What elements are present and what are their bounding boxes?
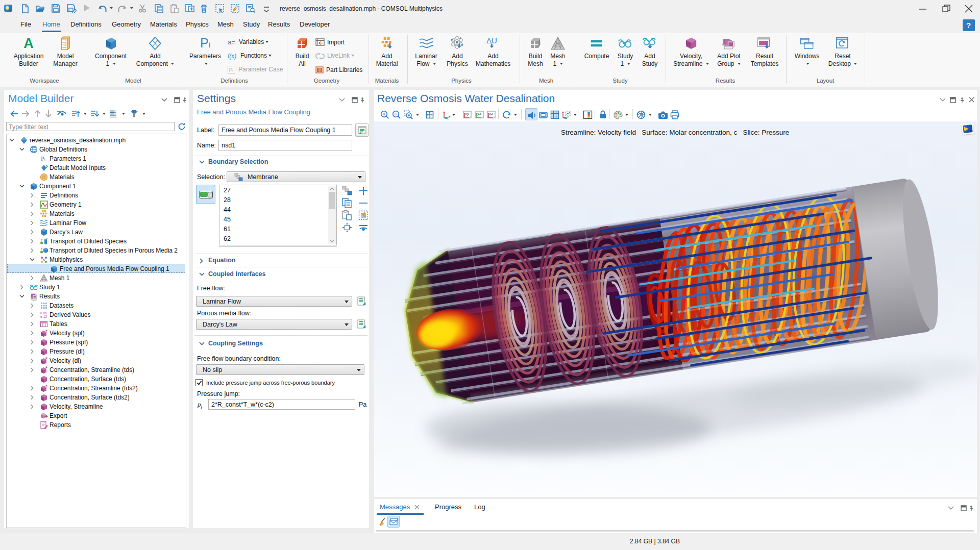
- svg-text:xy: xy: [465, 111, 469, 116]
- svg-text:f(x): f(x): [228, 53, 236, 60]
- svg-text:8.85: 8.85: [40, 311, 47, 315]
- svg-text:xz: xz: [489, 111, 493, 116]
- svg-text:ΔU: ΔU: [486, 36, 497, 45]
- svg-text:Pi: Pi: [41, 155, 46, 162]
- svg-text:a=: a=: [228, 38, 235, 46]
- svg-text:yz: yz: [477, 111, 481, 116]
- svg-text:e-12: e-12: [40, 315, 47, 318]
- svg-text:Pi: Pi: [229, 67, 234, 73]
